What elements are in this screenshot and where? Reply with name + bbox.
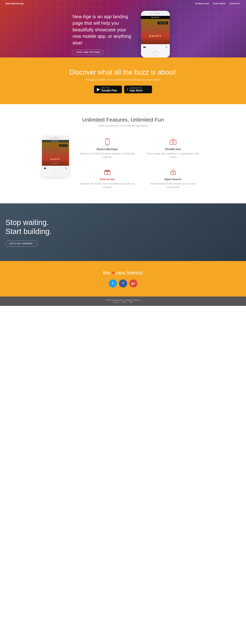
features-section: Unlimited Features, Unlimited Fun Check … xyxy=(0,104,246,204)
features-subtitle: Check out what you can do with this app … xyxy=(6,124,240,127)
app-store-label-main: App Store xyxy=(130,89,143,92)
phone-small-bubble: That's a book! xyxy=(59,144,68,147)
phone-small-app-name: WUZZAT xyxy=(42,140,69,142)
phone-small: WUZZAT That's a book! HAPPY Alex Lemon 📷… xyxy=(42,136,69,177)
cta-section: Stop waiting. Start building. LET'S GET … xyxy=(0,204,246,261)
phone-small-speaker xyxy=(53,138,60,138)
gift-feature-icon xyxy=(78,168,136,176)
phone-small-camera-icon: 📷 xyxy=(44,167,46,169)
phone-small-screen: That's a book! HAPPY Alex Lemon xyxy=(42,142,69,166)
hero-content: New Age is an app landing page that will… xyxy=(72,13,134,55)
twitter-button[interactable]: t xyxy=(109,280,117,288)
copyright-text: © 2016 Start Bootstrap. All Rights Reser… xyxy=(3,299,243,301)
download-section: Discover what all the buzz is about! Our… xyxy=(0,58,246,104)
feature-free-to-use: Free to Use As always, this theme is fre… xyxy=(76,166,138,191)
phone-small-home-btn xyxy=(53,172,58,176)
google-play-label-main: Google Play xyxy=(102,89,117,92)
download-title: Discover what all the buzz is about! xyxy=(6,68,240,76)
camera-feature-icon xyxy=(144,138,202,146)
google-play-icon: ▶ xyxy=(97,87,100,92)
features-title: Unlimited Features, Unlimited Fun xyxy=(6,117,240,123)
phone-camera-dot xyxy=(151,13,152,14)
lock-feature-icon xyxy=(144,168,202,176)
features-phone-mockup: WUZZAT That's a book! HAPPY Alex Lemon 📷… xyxy=(42,136,71,177)
phone-small-camera xyxy=(51,138,52,138)
footer-love-text: We ♥ new friends! xyxy=(6,270,240,276)
phone-feature-icon xyxy=(78,138,136,146)
heart-icon: ♥ xyxy=(112,270,116,276)
app-store-label-top: Download on the xyxy=(130,87,143,89)
faq-link[interactable]: FAQ xyxy=(130,301,133,303)
social-buttons: t f g+ xyxy=(6,280,240,288)
phone-small-book-title: HAPPY xyxy=(50,158,61,161)
nav-contact[interactable]: CONTACT xyxy=(229,2,240,5)
features-grid: WUZZAT That's a book! HAPPY Alex Lemon 📷… xyxy=(42,136,204,191)
bottom-bar: © 2016 Start Bootstrap. All Rights Reser… xyxy=(0,296,246,306)
cta-content: Stop waiting. Start building. LET'S GET … xyxy=(6,218,52,246)
feature-desc-flexible: Put an image, video, animation, or anyth… xyxy=(144,152,202,159)
nav-links: DOWNLOAD FEATURES CONTACT xyxy=(195,2,240,5)
phone-screen-image: That's a book! HAPPY xyxy=(141,19,170,44)
feature-name-flexible: Flexible Use xyxy=(144,148,202,150)
cta-button[interactable]: LET'S GET STARTED! xyxy=(6,241,37,246)
feature-name-free: Free to Use xyxy=(78,178,136,181)
phone-app-name: WUZZAT xyxy=(141,16,170,19)
nav-brand: Start Bootstrap xyxy=(6,2,24,5)
phone-home-button xyxy=(153,51,158,56)
download-subtitle: Our app is available on any mobile devic… xyxy=(6,78,240,81)
svg-point-4 xyxy=(172,141,174,144)
google-plus-button[interactable]: g+ xyxy=(129,280,138,288)
terms-link[interactable]: Terms xyxy=(122,301,126,303)
store-buttons: ▶ GET IT ON Google Play  Download on th… xyxy=(6,86,240,93)
google-play-button[interactable]: ▶ GET IT ON Google Play xyxy=(94,86,122,93)
feature-device-mockups: Device Mockups Ready to use HTML/CSS dev… xyxy=(76,136,138,161)
nav-features[interactable]: FEATURES xyxy=(213,2,226,5)
cta-title: Stop waiting. Start building. xyxy=(6,218,52,236)
feature-name-opensource: Open Source xyxy=(144,178,202,181)
phone-small-author: Alex Lemon xyxy=(52,163,59,164)
feature-open-source: Open Source Since this theme is MIT lice… xyxy=(142,166,204,191)
feature-desc-opensource: Since this theme is MIT licensed, you ca… xyxy=(144,182,202,189)
feature-flexible-use: Flexible Use Put an image, video, animat… xyxy=(142,136,204,161)
phone-bubble: That's a book! xyxy=(158,22,168,24)
feature-name-device: Device Mockups xyxy=(78,148,136,150)
footer-links: Privacy· Terms· FAQ xyxy=(3,301,243,303)
google-play-label-top: GET IT ON xyxy=(102,87,117,89)
svg-rect-3 xyxy=(170,140,176,144)
navbar: Start Bootstrap DOWNLOAD FEATURES CONTAC… xyxy=(0,0,246,7)
phone-top-bar xyxy=(141,11,170,16)
camera-icon: 📷 xyxy=(143,46,146,48)
phone-mockup-hero: WUZZAT That's a book! HAPPY 📷 🔍 xyxy=(141,11,170,58)
facebook-button[interactable]: f xyxy=(119,280,127,288)
hero-title: New Age is an app landing page that will… xyxy=(72,13,134,46)
hero-section: New Age is an app landing page that will… xyxy=(0,0,246,58)
phone-screen: WUZZAT That's a book! HAPPY 📷 🔍 xyxy=(141,16,170,50)
hero-phone: WUZZAT That's a book! HAPPY 📷 🔍 xyxy=(138,11,174,58)
footer-section: We ♥ new friends! t f g+ xyxy=(0,261,246,296)
search-icon: 🔍 xyxy=(165,46,168,48)
app-store-button[interactable]:  Download on the App Store xyxy=(124,86,152,93)
phone-speaker xyxy=(153,13,160,14)
phone-small-search-icon: 🔍 xyxy=(65,167,67,169)
phone-small-top xyxy=(42,136,69,140)
phone-bottom-bar: 📷 🔍 xyxy=(141,44,170,50)
feature-desc-device: Ready to use HTML/CSS device mockups, no… xyxy=(78,152,136,159)
svg-point-1 xyxy=(107,144,108,145)
phone-book-title: HAPPY xyxy=(149,34,162,38)
phone-small-bottom: 📷 🔍 xyxy=(42,166,69,170)
apple-icon:  xyxy=(127,87,128,92)
nav-download[interactable]: DOWNLOAD xyxy=(195,2,209,5)
feature-desc-free: As always, this theme is free to downloa… xyxy=(78,182,136,189)
feature-cards-grid: Device Mockups Ready to use HTML/CSS dev… xyxy=(76,136,204,191)
twitter-icon: t xyxy=(112,282,113,285)
google-plus-icon: g+ xyxy=(131,282,135,285)
privacy-link[interactable]: Privacy xyxy=(113,301,119,303)
svg-point-9 xyxy=(172,172,174,174)
facebook-icon: f xyxy=(122,282,124,285)
hero-cta-button[interactable]: START NOW FOR FREE! xyxy=(72,50,104,55)
